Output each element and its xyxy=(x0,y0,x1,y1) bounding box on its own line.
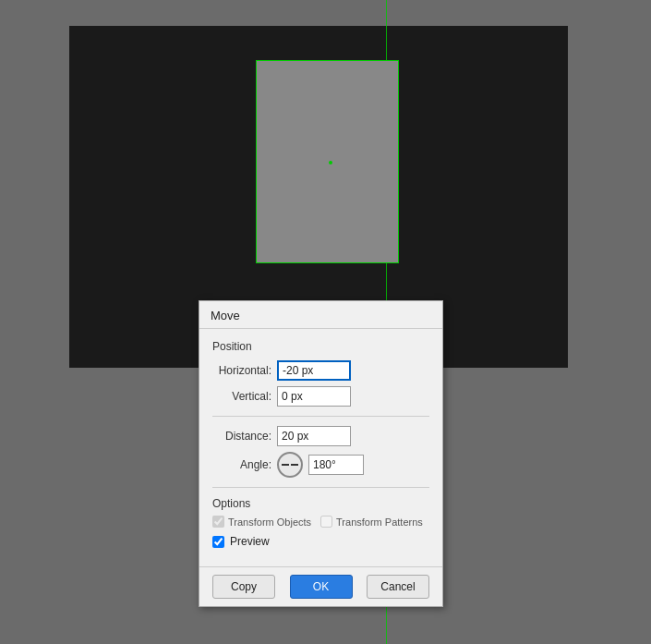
options-section-label: Options xyxy=(212,497,429,510)
button-row: Copy OK Cancel xyxy=(199,566,442,606)
options-section: Options Transform Objects Transform Patt… xyxy=(212,497,429,528)
dialog-body: Position Horizontal: Vertical: Distance:… xyxy=(199,329,442,566)
preview-label: Preview xyxy=(230,535,270,548)
canvas-rectangle xyxy=(256,60,399,263)
move-dialog: Move Position Horizontal: Vertical: Dist… xyxy=(199,300,443,607)
horizontal-input[interactable] xyxy=(277,360,351,381)
dialog-title: Move xyxy=(211,309,240,322)
angle-dial[interactable] xyxy=(277,452,303,478)
canvas-area: Move Position Horizontal: Vertical: Dist… xyxy=(0,0,651,644)
horizontal-label: Horizontal: xyxy=(212,364,277,377)
cancel-button[interactable]: Cancel xyxy=(367,575,429,599)
distance-input[interactable] xyxy=(277,426,351,446)
divider-2 xyxy=(212,487,429,488)
distance-row: Distance: xyxy=(212,426,429,446)
preview-row: Preview xyxy=(212,535,429,548)
vertical-input[interactable] xyxy=(277,386,351,407)
angle-label: Angle: xyxy=(212,458,277,471)
divider-1 xyxy=(212,416,429,417)
transform-patterns-checkbox[interactable] xyxy=(320,516,332,528)
options-checkboxes: Transform Objects Transform Patterns xyxy=(212,516,429,528)
transform-patterns-item: Transform Patterns xyxy=(320,516,423,528)
transform-objects-label: Transform Objects xyxy=(228,516,311,528)
angle-row: Angle: xyxy=(212,452,429,478)
distance-label: Distance: xyxy=(212,430,277,443)
position-section-label: Position xyxy=(212,340,429,353)
transform-patterns-label: Transform Patterns xyxy=(336,516,423,528)
horizontal-row: Horizontal: xyxy=(212,360,429,381)
center-dot xyxy=(329,161,332,164)
angle-input[interactable] xyxy=(308,455,364,475)
transform-objects-item: Transform Objects xyxy=(212,516,311,528)
vertical-label: Vertical: xyxy=(212,390,277,403)
ok-button[interactable]: OK xyxy=(290,575,353,599)
preview-checkbox[interactable] xyxy=(212,536,224,548)
vertical-row: Vertical: xyxy=(212,386,429,407)
copy-button[interactable]: Copy xyxy=(212,575,275,599)
dialog-titlebar: Move xyxy=(199,301,442,329)
transform-objects-checkbox[interactable] xyxy=(212,516,224,528)
